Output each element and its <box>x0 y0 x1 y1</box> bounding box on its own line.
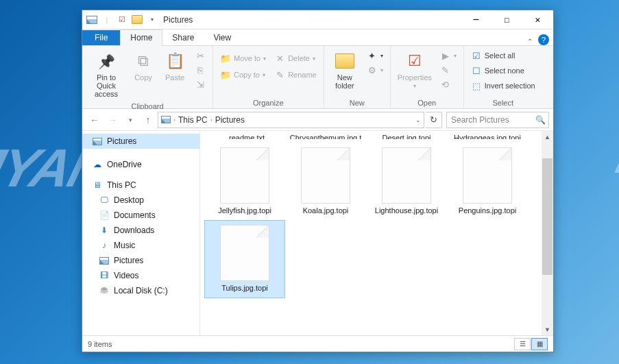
ribbon-group-select: ☑Select all ☐Select none ⬚Invert selecti… <box>464 46 542 108</box>
file-item[interactable]: _readme.txt <box>204 131 285 143</box>
edit-button[interactable]: ✎ <box>437 63 459 77</box>
select-group-label: Select <box>468 97 538 108</box>
qat-separator: | <box>100 13 114 27</box>
item-count: 9 items <box>88 340 112 348</box>
edit-icon: ✎ <box>440 64 451 75</box>
details-view-button[interactable]: ☰ <box>514 338 531 350</box>
nav-desktop[interactable]: 🖵Desktop <box>82 193 199 208</box>
chevron-right-icon: › <box>173 117 175 123</box>
watermark-right: .COM <box>608 103 619 190</box>
new-item-icon: ✦ <box>367 50 378 61</box>
open-button[interactable]: ▶▾ <box>437 49 459 62</box>
minimize-button[interactable]: ─ <box>461 10 491 29</box>
nav-pictures-sub[interactable]: Pictures <box>82 253 199 268</box>
file-item[interactable]: Hydrangeas.jpg.topi <box>447 131 528 143</box>
chevron-right-icon: › <box>210 117 213 123</box>
explorer-window: | ☑ ▾ Pictures ─ ☐ ✕ File Home Share Vie… <box>82 10 554 352</box>
copy-to-button[interactable]: 📁Copy to▾ <box>217 68 269 82</box>
scrollbar-thumb[interactable] <box>542 158 553 275</box>
breadcrumb-thispc[interactable]: This PC <box>178 115 208 125</box>
tab-file[interactable]: File <box>82 30 120 45</box>
file-thumb <box>220 225 269 281</box>
music-icon: ♪ <box>99 240 110 251</box>
nav-pictures[interactable]: Pictures <box>82 134 199 149</box>
copy-button[interactable]: ⧉ Copy <box>129 47 158 84</box>
select-none-button[interactable]: ☐Select none <box>468 64 538 77</box>
pin-icon <box>98 53 114 69</box>
delete-button[interactable]: ✕Delete▾ <box>271 51 319 65</box>
organize-group-label: Organize <box>217 97 319 108</box>
documents-icon: 📄 <box>99 210 110 221</box>
properties-button[interactable]: ☑ Properties ▾ <box>395 47 435 92</box>
desktop-icon: 🖵 <box>99 195 110 206</box>
file-item[interactable]: Jellyfish.jpg.topi <box>204 143 285 220</box>
back-button[interactable]: ← <box>86 112 103 128</box>
chevron-down-icon[interactable]: ⌄ <box>415 117 421 123</box>
paste-button[interactable]: 📋 Paste <box>160 47 189 84</box>
close-button[interactable]: ✕ <box>522 10 553 29</box>
nav-localdisk[interactable]: ⛃Local Disk (C:) <box>82 283 199 298</box>
tab-share[interactable]: Share <box>162 30 204 45</box>
vertical-scrollbar[interactable]: ▲ ▼ <box>542 131 553 335</box>
file-label: Tulips.jpg.topi <box>221 284 267 293</box>
search-placeholder: Search Pictures <box>451 115 509 125</box>
easy-access-icon: ⚙ <box>367 64 378 75</box>
refresh-button[interactable]: ↻ <box>426 112 442 128</box>
invert-selection-button[interactable]: ⬚Invert selection <box>468 79 538 93</box>
select-none-icon: ☐ <box>471 65 482 76</box>
cut-button[interactable]: ✂ <box>192 49 208 62</box>
easy-access-button[interactable]: ⚙▾ <box>364 63 386 77</box>
qat-dropdown-icon[interactable]: ▾ <box>145 13 159 27</box>
copy-to-icon: 📁 <box>220 69 231 80</box>
nav-documents[interactable]: 📄Documents <box>82 208 199 223</box>
ribbon-group-organize: 📁Move to▾ 📁Copy to▾ ✕Delete▾ ✎Rename Org… <box>213 46 324 108</box>
new-folder-button[interactable]: New folder <box>328 47 361 93</box>
maximize-button[interactable]: ☐ <box>491 10 522 29</box>
search-input[interactable]: Search Pictures 🔍 <box>446 112 549 128</box>
window-title: Pictures <box>163 15 193 25</box>
quick-access-toolbar: | ☑ ▾ <box>82 13 159 27</box>
new-item-button[interactable]: ✦▾ <box>364 49 386 62</box>
help-icon[interactable]: ? <box>538 34 549 45</box>
nav-videos[interactable]: 🎞Videos <box>82 268 199 283</box>
properties-icon: ☑ <box>404 50 426 72</box>
collapse-ribbon-icon[interactable]: ⌃ <box>527 38 533 45</box>
scroll-up-button[interactable]: ▲ <box>542 131 553 143</box>
nav-downloads[interactable]: ⬇Downloads <box>82 223 199 238</box>
thispc-icon: 🖥 <box>92 180 103 191</box>
paste-icon: 📋 <box>164 50 186 72</box>
file-item[interactable]: Desert.jpg.topi <box>366 131 447 143</box>
pin-to-quick-access-button[interactable]: Pin to Quick access <box>86 47 126 101</box>
up-button[interactable]: ↑ <box>140 112 156 128</box>
nav-thispc[interactable]: 🖥This PC <box>82 178 199 193</box>
rename-button[interactable]: ✎Rename <box>271 68 319 82</box>
file-item-selected[interactable]: Tulips.jpg.topi <box>204 220 285 298</box>
file-item[interactable]: Lighthouse.jpg.topi <box>366 143 447 220</box>
file-item[interactable]: Penguins.jpg.topi <box>447 143 528 220</box>
breadcrumb-pictures[interactable]: Pictures <box>215 115 245 125</box>
forward-button[interactable]: → <box>104 112 121 128</box>
tab-home[interactable]: Home <box>120 29 162 46</box>
ribbon-group-open: ☑ Properties ▾ ▶▾ ✎ ⟲ Open <box>391 46 464 108</box>
nav-pane: Pictures ☁OneDrive 🖥This PC 🖵Desktop 📄Do… <box>82 131 200 335</box>
nav-music[interactable]: ♪Music <box>82 238 199 253</box>
ribbon: Pin to Quick access ⧉ Copy 📋 Paste ✂ ⎘ ⇲… <box>82 46 553 109</box>
scroll-down-button[interactable]: ▼ <box>542 324 553 335</box>
recent-locations-button[interactable]: ▾ <box>122 112 138 128</box>
nav-onedrive[interactable]: ☁OneDrive <box>82 157 199 172</box>
search-icon: 🔍 <box>535 115 546 125</box>
paste-shortcut-button[interactable]: ⇲ <box>192 77 208 91</box>
select-all-button[interactable]: ☑Select all <box>468 49 538 62</box>
breadcrumb[interactable]: › This PC › Pictures ⌄ <box>158 112 424 128</box>
tab-view[interactable]: View <box>204 30 241 45</box>
file-item[interactable]: Chrysanthemum.jpg.topi <box>285 131 366 143</box>
file-thumb <box>220 147 269 204</box>
file-label: _readme.txt <box>225 134 265 139</box>
delete-icon: ✕ <box>274 53 285 64</box>
history-button[interactable]: ⟲ <box>437 77 459 91</box>
thumbnails-view-button[interactable]: ▦ <box>531 338 548 350</box>
move-to-button[interactable]: 📁Move to▾ <box>217 51 269 65</box>
copy-path-button[interactable]: ⎘ <box>192 63 208 77</box>
properties-shortcut-icon[interactable]: ☑ <box>115 13 129 27</box>
file-item[interactable]: Koala.jpg.topi <box>285 143 366 220</box>
